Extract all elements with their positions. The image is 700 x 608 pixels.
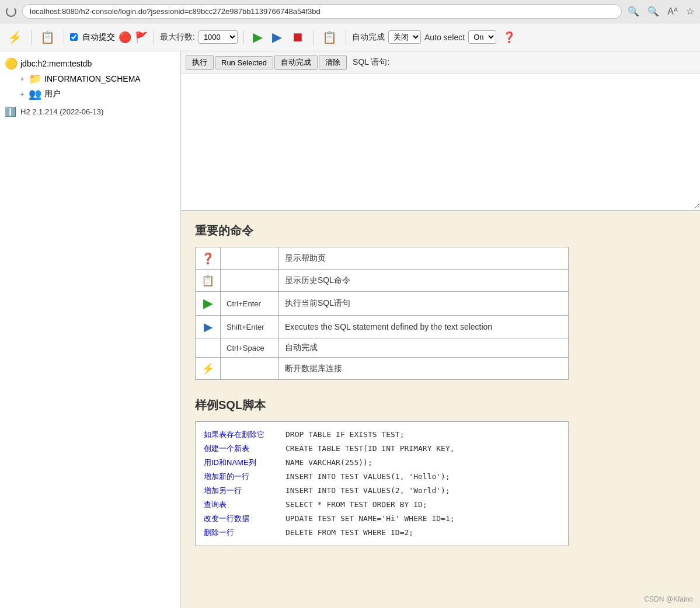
max-rows-label: 最大行数: — [160, 32, 195, 43]
sql-area: 执行 Run Selected 自动完成 清除 SQL 语句: — [181, 51, 700, 211]
command-desc-cell: 断开数据库连接 — [279, 358, 569, 380]
command-icon-cell: 📋 — [196, 270, 221, 292]
schema-item[interactable]: ＋ 📁 INFORMATION_SCHEMA — [16, 71, 176, 86]
command-icon-cell: ▶ — [196, 316, 221, 338]
command-shortcut-cell: Ctrl+Space — [221, 338, 279, 358]
run-selected-btn[interactable]: ▶ — [269, 28, 285, 47]
sql-sample-code: CREATE TABLE TEST(ID INT PRIMARY KEY, — [285, 444, 455, 453]
sql-toolbar: 执行 Run Selected 自动完成 清除 SQL 语句: — [181, 51, 700, 74]
main-toolbar: ⚡ 📋 自动提交 🔴 🚩 最大行数: 1000 100 10000 ▶ ▶ ⏹ … — [0, 23, 700, 51]
sql-sample-link[interactable]: 增加新的一行 — [204, 471, 280, 482]
warning-icon: 🔴 — [119, 31, 131, 44]
sql-sample-link[interactable]: 删除一行 — [204, 527, 280, 538]
auto-commit-checkbox[interactable] — [70, 33, 78, 41]
main-layout: 🟡 jdbc:h2:mem:testdb ＋ 📁 INFORMATION_SCH… — [0, 51, 700, 608]
sql-sample-link[interactable]: 改变一行数据 — [204, 513, 280, 524]
auto-select-label: Auto select — [424, 33, 465, 42]
auto-commit-label[interactable]: 自动提交 — [70, 32, 115, 43]
command-shortcut-cell — [221, 270, 279, 292]
sql-sample-link[interactable]: 如果表存在删除它 — [204, 429, 280, 440]
right-panel: 执行 Run Selected 自动完成 清除 SQL 语句: 重要的命令 ❓显… — [181, 51, 700, 608]
disconnect-btn[interactable]: ⚡ — [5, 29, 25, 46]
table-row: ⚡断开数据库连接 — [196, 358, 569, 380]
sql-sample-code: DELETE FROM TEST WHERE ID=2; — [285, 528, 413, 537]
sidebar: 🟡 jdbc:h2:mem:testdb ＋ 📁 INFORMATION_SCH… — [0, 51, 181, 608]
help-btn[interactable]: ❓ — [500, 29, 518, 46]
list-item: 用ID和NAME列 NAME VARCHAR(255)); — [204, 456, 560, 470]
history2-icon: 📋 — [322, 30, 337, 44]
db-icon: 🟡 — [5, 57, 18, 70]
flag-icon: 🚩 — [135, 31, 148, 44]
disconnect-icon: ⚡ — [8, 30, 22, 44]
command-desc-cell: 自动完成 — [279, 338, 569, 358]
auto-select-select[interactable]: On Off — [468, 30, 496, 44]
star-icon[interactable]: ☆ — [686, 6, 694, 17]
command-shortcut-cell — [221, 358, 279, 380]
sql-editor[interactable] — [181, 74, 700, 208]
list-item: 删除一行DELETE FROM TEST WHERE ID=2; — [204, 526, 560, 540]
version-text: H2 2.1.214 (2022-06-13) — [20, 107, 103, 116]
sep2 — [64, 30, 64, 44]
history2-btn[interactable]: 📋 — [319, 29, 340, 46]
history-btn[interactable]: 📋 — [37, 29, 58, 46]
table-row: ▶Ctrl+Enter执行当前SQL语句 — [196, 292, 569, 316]
sql-sample-code: DROP TABLE IF EXISTS TEST; — [285, 430, 405, 439]
info-icon: ℹ️ — [5, 106, 16, 117]
table-row: 📋显示历史SQL命令 — [196, 270, 569, 292]
sep4 — [243, 30, 244, 44]
max-rows-select[interactable]: 1000 100 10000 — [198, 30, 238, 44]
command-desc-cell: 显示历史SQL命令 — [279, 270, 569, 292]
history-cmd-icon: 📋 — [201, 275, 214, 286]
run-selected-cmd-icon: ▶ — [204, 320, 213, 333]
sql-sample-link[interactable]: 增加另一行 — [204, 485, 280, 496]
important-commands-title: 重要的命令 — [195, 223, 686, 239]
refresh-icon[interactable] — [6, 6, 16, 17]
sep5 — [313, 30, 314, 44]
close-select[interactable]: 关闭 — [388, 30, 421, 44]
clear-btn[interactable]: 清除 — [319, 55, 347, 70]
command-shortcut-cell: Shift+Enter — [221, 316, 279, 338]
table-row: ❓显示帮助页 — [196, 247, 569, 270]
db-item[interactable]: 🟡 jdbc:h2:mem:testdb — [5, 56, 176, 71]
execute-btn[interactable]: 执行 — [186, 55, 214, 70]
command-icon-cell — [196, 338, 221, 358]
content-area: 重要的命令 ❓显示帮助页📋显示历史SQL命令▶Ctrl+Enter执行当前SQL… — [181, 211, 700, 558]
list-item: 增加另一行INSERT INTO TEST VALUES(2, 'World')… — [204, 484, 560, 498]
stop-btn[interactable]: ⏹ — [288, 28, 307, 47]
browser-bar: localhost:8080/h2-console/login.do?jsess… — [0, 0, 700, 23]
sep3 — [154, 30, 154, 44]
url-bar[interactable]: localhost:8080/h2-console/login.do?jsess… — [22, 4, 622, 19]
sep6 — [346, 30, 346, 44]
users-item[interactable]: ＋ 👥 用户 — [16, 86, 176, 102]
command-icon-cell: ⚡ — [196, 358, 221, 380]
autocomplete-btn[interactable]: 自动完成 — [274, 55, 318, 70]
table-row: Ctrl+Space自动完成 — [196, 338, 569, 358]
sql-sample-link[interactable]: 创建一个新表 — [204, 443, 280, 454]
list-item: 创建一个新表CREATE TABLE TEST(ID INT PRIMARY K… — [204, 442, 560, 456]
disconnect-cmd-icon: ⚡ — [201, 363, 214, 375]
folder-icon: 📁 — [29, 72, 41, 85]
command-desc-cell: 显示帮助页 — [279, 247, 569, 270]
list-item: 增加新的一行INSERT INTO TEST VALUES(1, 'Hello'… — [204, 470, 560, 484]
sql-sample-link[interactable]: 用ID和NAME列 — [204, 457, 280, 468]
run-btn[interactable]: ▶ — [250, 28, 266, 47]
auto-complete-label: 自动完成 — [352, 32, 385, 43]
sql-sample-code: INSERT INTO TEST VALUES(1, 'Hello'); — [285, 472, 450, 481]
sql-sample-link[interactable]: 查询表 — [204, 499, 280, 510]
command-desc-cell: Executes the SQL statement defined by th… — [279, 316, 569, 338]
run-selected-sql-btn[interactable]: Run Selected — [215, 56, 273, 69]
expand-icon-users: ＋ — [19, 89, 26, 99]
expand-icon-schema: ＋ — [19, 74, 26, 84]
watermark: CSDN @Kfaino — [644, 595, 693, 603]
aa-icon[interactable]: Aᴬ — [667, 6, 678, 17]
sql-label: SQL 语句: — [353, 57, 389, 68]
stop-icon: ⏹ — [291, 30, 304, 45]
commands-table: ❓显示帮助页📋显示历史SQL命令▶Ctrl+Enter执行当前SQL语句▶Shi… — [195, 247, 569, 380]
list-item: 查询表SELECT * FROM TEST ORDER BY ID; — [204, 498, 560, 512]
zoom-icon[interactable]: 🔍 — [647, 6, 659, 17]
list-item: 改变一行数据UPDATE TEST SET NAME='Hi' WHERE ID… — [204, 512, 560, 526]
db-name: jdbc:h2:mem:testdb — [20, 59, 92, 68]
bookmark-icon[interactable]: 🔍 — [628, 6, 639, 17]
sql-sample-code: SELECT * FROM TEST ORDER BY ID; — [285, 500, 427, 509]
play-cmd-icon: ▶ — [203, 296, 213, 310]
